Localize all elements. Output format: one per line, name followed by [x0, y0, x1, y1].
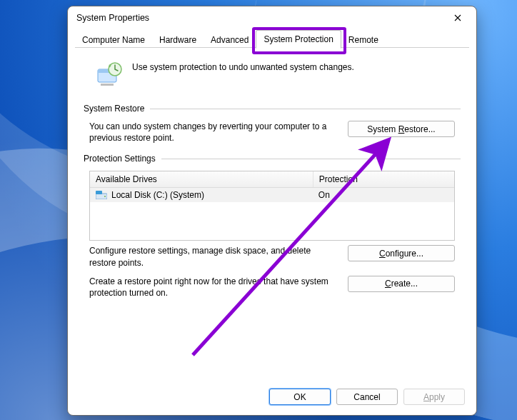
tab-hardware[interactable]: Hardware [152, 31, 204, 49]
tabstrip: Computer Name Hardware Advanced System P… [68, 29, 476, 48]
ok-button[interactable]: OK [269, 389, 331, 405]
svg-rect-2 [101, 84, 114, 86]
drives-table[interactable]: Available Drives Protection [89, 171, 455, 241]
restore-description: You can undo system changes by reverting… [89, 121, 336, 144]
group-protection-settings: Protection Settings Available Drives Pro… [84, 154, 461, 299]
svg-rect-5 [96, 191, 102, 194]
create-button[interactable]: Create... [348, 276, 455, 292]
drives-table-header: Available Drives Protection [90, 171, 454, 188]
dialog-footer: OK Cancel Apply [68, 383, 476, 415]
tab-computer-name[interactable]: Computer Name [75, 31, 152, 49]
system-protection-icon [94, 61, 124, 91]
intro-row: Use system protection to undo unwanted s… [94, 61, 459, 91]
drive-name: Local Disk (C:) (System) [111, 190, 204, 200]
system-properties-dialog: System Properties Computer Name Hardware… [67, 6, 477, 416]
apply-button: Apply [403, 389, 465, 405]
titlebar[interactable]: System Properties [68, 6, 476, 29]
tab-system-protection[interactable]: System Protection [256, 30, 341, 49]
window-title: System Properties [76, 13, 149, 23]
create-description: Create a restore point right now for the… [89, 276, 336, 299]
configure-description: Configure restore settings, manage disk … [89, 245, 336, 268]
intro-text: Use system protection to undo unwanted s… [132, 61, 354, 72]
system-restore-button[interactable]: System Restore... [348, 121, 455, 137]
group-title-protection: Protection Settings [84, 154, 156, 164]
table-row[interactable]: Local Disk (C:) (System) On [90, 188, 454, 202]
drive-protection: On [318, 190, 330, 200]
col-available-drives[interactable]: Available Drives [90, 171, 313, 187]
configure-button[interactable]: Configure... [348, 245, 455, 261]
group-title-restore: System Restore [84, 104, 144, 114]
tab-content: Use system protection to undo unwanted s… [68, 48, 476, 383]
tab-advanced[interactable]: Advanced [204, 31, 256, 49]
desktop-wallpaper: System Properties Computer Name Hardware… [0, 0, 517, 420]
tab-remote[interactable]: Remote [341, 31, 386, 49]
cancel-button[interactable]: Cancel [336, 389, 398, 405]
col-protection[interactable]: Protection [313, 171, 454, 187]
group-system-restore: System Restore You can undo system chang… [84, 104, 461, 144]
close-icon [454, 14, 461, 21]
svg-point-6 [104, 196, 106, 197]
drive-icon [96, 191, 107, 199]
close-button[interactable] [443, 8, 472, 28]
